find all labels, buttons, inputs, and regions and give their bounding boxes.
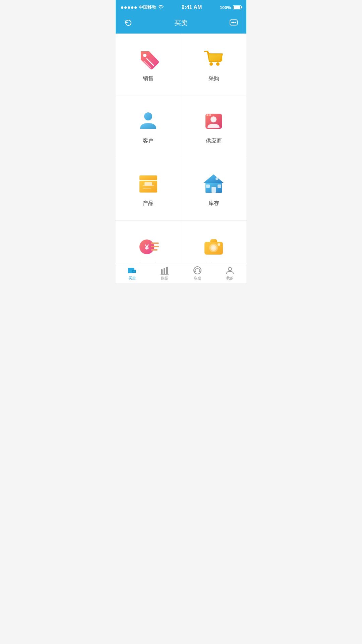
tab-service[interactable]: 客服 (181, 263, 214, 283)
svg-rect-26 (218, 184, 221, 188)
svg-marker-22 (203, 174, 224, 183)
message-button[interactable] (228, 18, 240, 27)
svg-rect-25 (206, 184, 210, 188)
svg-point-14 (210, 116, 217, 122)
grid-item-finance[interactable]: ¥ 费用收入 (116, 221, 181, 263)
purchase-icon (202, 47, 226, 70)
svg-point-9 (209, 62, 213, 66)
grid-item-sales[interactable]: 销售 (116, 34, 181, 96)
product-label: 产品 (143, 200, 154, 207)
status-left: 中国移动 (121, 4, 164, 10)
tab-data[interactable]: 数据 (148, 263, 181, 283)
grid-container: 销售 (116, 34, 246, 263)
grid-item-inventory[interactable]: 库存 (181, 158, 246, 221)
svg-point-41 (133, 271, 134, 272)
svg-point-1 (232, 22, 232, 23)
status-bar: 中国移动 9:41 AM 100% (116, 0, 246, 15)
inventory-label: 库存 (208, 200, 219, 207)
finance-icon: ¥ (136, 234, 160, 258)
tab-mine-label: 我的 (226, 276, 234, 281)
grid-item-product[interactable]: 产品 (116, 158, 181, 221)
inventory-icon (202, 172, 226, 195)
tab-mine-icon (226, 266, 234, 275)
svg-point-36 (212, 246, 215, 250)
refresh-button[interactable] (122, 19, 134, 26)
grid-item-quickorder[interactable]: 快捷开单 (181, 221, 246, 263)
grid-item-customer[interactable]: 客户 (116, 96, 181, 158)
quickorder-icon (202, 234, 226, 258)
tab-data-icon (160, 266, 169, 275)
tab-trading-icon (128, 266, 136, 275)
tab-service-icon (193, 266, 202, 275)
time-display: 9:41 AM (181, 4, 202, 10)
svg-text:¥: ¥ (144, 243, 149, 251)
svg-point-16 (209, 114, 211, 116)
customer-label: 客户 (143, 138, 154, 145)
tab-service-label: 客服 (194, 276, 201, 281)
tab-data-label: 数据 (161, 276, 168, 281)
svg-rect-47 (194, 270, 196, 272)
svg-rect-42 (161, 269, 163, 274)
purchase-label: 采购 (208, 75, 219, 82)
tab-bar: 买卖 数据 客服 (116, 263, 246, 283)
signal-icon (121, 6, 137, 9)
battery-icon (233, 5, 241, 9)
svg-rect-48 (199, 270, 200, 272)
sales-label: 销售 (143, 75, 154, 82)
svg-point-4 (143, 54, 146, 57)
svg-point-2 (233, 22, 234, 23)
sales-icon (136, 47, 160, 70)
svg-point-49 (228, 267, 232, 271)
svg-rect-19 (144, 182, 152, 185)
svg-point-3 (235, 22, 235, 23)
customer-icon (136, 109, 160, 133)
svg-rect-17 (139, 175, 157, 180)
svg-point-15 (206, 114, 208, 116)
battery-percent: 100% (220, 5, 231, 10)
svg-rect-24 (212, 187, 216, 193)
svg-point-37 (218, 243, 220, 246)
svg-rect-44 (166, 267, 168, 274)
supplier-icon (202, 109, 226, 133)
status-right: 100% (220, 5, 241, 10)
svg-rect-43 (164, 268, 165, 274)
tab-trading-label: 买卖 (128, 276, 136, 281)
main-content: 销售 (116, 34, 246, 263)
svg-point-11 (144, 112, 152, 120)
tab-trading[interactable]: 买卖 (116, 263, 148, 283)
carrier-label: 中国移动 (139, 4, 156, 10)
wifi-icon (158, 5, 164, 10)
header: 买卖 (116, 15, 246, 34)
svg-point-10 (216, 62, 220, 66)
grid-item-purchase[interactable]: 采购 (181, 34, 246, 96)
supplier-label: 供应商 (206, 138, 222, 145)
svg-rect-8 (209, 54, 222, 61)
grid-item-supplier[interactable]: 供应商 (181, 96, 246, 158)
tab-mine[interactable]: 我的 (214, 263, 247, 283)
product-icon (136, 172, 160, 195)
page-title: 买卖 (134, 18, 228, 28)
